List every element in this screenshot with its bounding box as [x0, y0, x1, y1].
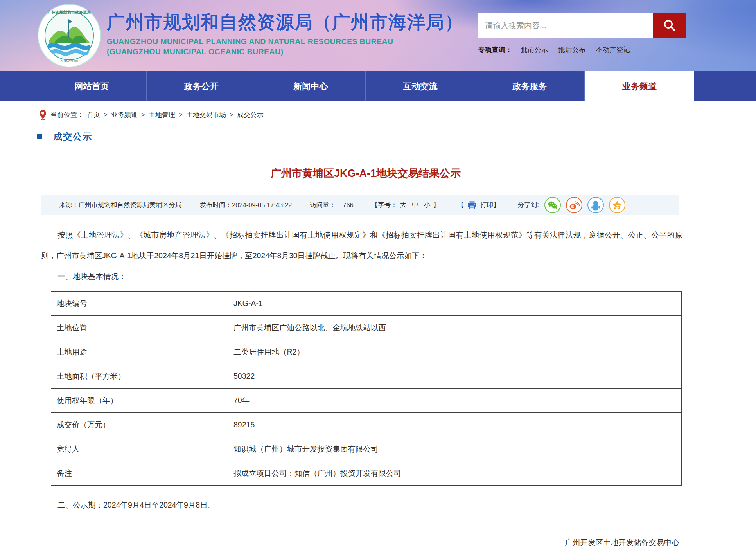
publish-time: 2024-09-05 17:43:22: [232, 202, 292, 209]
font-size-option-1[interactable]: 大: [400, 201, 407, 208]
qq-share-icon[interactable]: [587, 197, 604, 213]
svg-text:GUANGZHOU: GUANGZHOU: [60, 60, 78, 63]
font-size-close: 】: [433, 201, 440, 209]
article-paragraph-1: 按照《土地管理法》、《城市房地产管理法》、《招标拍卖挂牌出让国有土地使用权规定》…: [37, 225, 694, 266]
article-title: 广州市黄埔区JKG-A-1地块交易结果公示: [37, 166, 694, 180]
table-cell-label: 成交价（万元）: [51, 413, 228, 437]
nav-item-6[interactable]: 业务频道: [585, 71, 694, 101]
table-cell-label: 竞得人: [51, 437, 228, 461]
table-cell-label: 地块编号: [51, 292, 228, 316]
visits-label: 访问量：: [310, 201, 336, 209]
table-row: 成交价（万元）89215: [51, 413, 682, 437]
table-cell-value: 50322: [228, 364, 682, 389]
table-row: 竞得人知识城（广州）城市开发投资集团有限公司: [51, 437, 682, 461]
bureau-emblem-icon: 广州市规划和自然资源局 GUANGZHOU: [37, 4, 102, 68]
article-meta-bar: 来源： 广州市规划和自然资源局黄埔区分局 发布时间： 2024-09-05 17…: [41, 195, 679, 215]
share-label: 分享到:: [518, 201, 539, 209]
table-cell-value: 89215: [228, 413, 682, 437]
table-cell-label: 备注: [51, 461, 228, 486]
wechat-share-icon[interactable]: [544, 197, 561, 213]
breadcrumb-item-2[interactable]: 业务频道: [111, 111, 138, 119]
breadcrumb-separator: >: [104, 111, 108, 119]
bureau-logo: 广州市规划和自然资源局 GUANGZHOU: [37, 4, 102, 68]
breadcrumb-separator: >: [141, 111, 145, 119]
search-input[interactable]: [478, 13, 653, 38]
section-head: 成交公示: [37, 131, 694, 143]
table-cell-value: 拟成立项目公司：知信（广州）投资开发有限公司: [228, 461, 682, 486]
visits-value: 766: [343, 202, 354, 209]
site-title-en-line2: (GUANGZHOU MUNICIPAL OCEANIC BUREAU): [107, 47, 463, 56]
table-cell-label: 土地面积（平方米）: [51, 364, 228, 389]
print-button[interactable]: 【 打印 】: [458, 200, 500, 210]
table-cell-label: 使用权年限（年）: [51, 389, 228, 413]
weibo-share-icon[interactable]: [566, 197, 582, 213]
special-query-links: 批前公示批后公布不动产登记: [521, 45, 641, 54]
publish-label: 发布时间：: [200, 201, 232, 209]
breadcrumb-item-5[interactable]: 成交公示: [237, 111, 264, 119]
qzone-share-icon[interactable]: [609, 197, 625, 213]
site-title-en-line1: GUANGZHOU MUNICIPAL PLANNING AND NATURAL…: [107, 37, 463, 46]
signature-org: 广州开发区土地开发储备交易中心: [37, 537, 679, 548]
source-value: 广州市规划和自然资源局黄埔区分局: [79, 201, 182, 209]
special-query-link-1[interactable]: 批前公示: [521, 46, 548, 54]
breadcrumb: 当前位置： 首页>业务频道>土地管理>土地交易市场>成交公示: [39, 110, 756, 120]
table-row: 土地面积（平方米）50322: [51, 364, 682, 389]
section-title: 成交公示: [53, 131, 92, 143]
location-pin-icon: [39, 110, 47, 120]
content-container: 成交公示 广州市黄埔区JKG-A-1地块交易结果公示 来源： 广州市规划和自然资…: [37, 131, 694, 558]
site-title-cn: 广州市规划和自然资源局（广州市海洋局）: [107, 10, 463, 34]
section-one-heading: 一、地块基本情况：: [37, 266, 694, 287]
source-label: 来源：: [59, 201, 79, 209]
breadcrumb-item-4[interactable]: 土地交易市场: [186, 111, 226, 119]
table-cell-value: 知识城（广州）城市开发投资集团有限公司: [228, 437, 682, 461]
special-query-label: 专项查询：: [478, 45, 512, 54]
table-row: 地块编号JKG-A-1: [51, 292, 682, 316]
table-cell-label: 土地位置: [51, 316, 228, 340]
table-row: 土地位置广州市黄埔区广汕公路以北、金坑地铁站以西: [51, 316, 682, 340]
search-button[interactable]: [653, 13, 686, 38]
special-query-row: 专项查询： 批前公示批后公布不动产登记: [478, 45, 640, 54]
table-row: 备注拟成立项目公司：知信（广州）投资开发有限公司: [51, 461, 682, 486]
nav-item-5[interactable]: 政务服务: [475, 71, 585, 101]
nav-item-4[interactable]: 互动交流: [366, 71, 475, 101]
font-size-open: 【字号：: [372, 201, 397, 209]
land-info-table: 地块编号JKG-A-1土地位置广州市黄埔区广汕公路以北、金坑地铁站以西土地用途二…: [51, 291, 682, 486]
search-box: [478, 13, 686, 38]
search-icon: [663, 18, 677, 32]
breadcrumb-items: 首页>业务频道>土地管理>土地交易市场>成交公示: [87, 110, 264, 119]
breadcrumb-item-1[interactable]: 首页: [87, 111, 100, 119]
share-row: [544, 197, 625, 213]
print-label: 打印: [480, 201, 493, 209]
special-query-link-3[interactable]: 不动产登记: [596, 46, 630, 54]
breadcrumb-separator: >: [179, 111, 183, 119]
table-row: 使用权年限（年）70年: [51, 389, 682, 413]
print-close: 】: [493, 201, 500, 209]
breadcrumb-item-3[interactable]: 土地管理: [149, 111, 175, 119]
signature-date: 2024年9月4日: [37, 556, 679, 558]
table-cell-value: 二类居住用地（R2）: [228, 340, 682, 364]
signature-block: 广州开发区土地开发储备交易中心 2024年9月4日: [37, 537, 694, 558]
section-divider: [37, 149, 694, 149]
table-cell-value: JKG-A-1: [228, 292, 682, 316]
section-bullet-icon: [37, 134, 42, 139]
nav-item-3[interactable]: 新闻中心: [256, 71, 366, 101]
font-size-option-3[interactable]: 小: [424, 201, 431, 208]
special-query-link-2[interactable]: 批后公布: [558, 46, 586, 54]
table-cell-value: 70年: [228, 389, 682, 413]
breadcrumb-label: 当前位置：: [50, 110, 84, 119]
nav-item-1[interactable]: 网站首页: [37, 71, 147, 101]
closing-line: 二、公示期：2024年9月4日至2024年9月8日。: [37, 495, 694, 515]
printer-icon: [467, 200, 477, 210]
main-nav: 网站首页政务公开新闻中心互动交流政务服务业务频道: [0, 71, 756, 101]
print-open: 【: [458, 201, 464, 209]
table-cell-value: 广州市黄埔区广汕公路以北、金坑地铁站以西: [228, 316, 682, 340]
breadcrumb-separator: >: [230, 111, 233, 119]
font-size-controls: 大中小: [397, 201, 433, 209]
svg-text:广州市规划和自然资源局: 广州市规划和自然资源局: [47, 10, 91, 14]
table-cell-label: 土地用途: [51, 340, 228, 364]
nav-item-2[interactable]: 政务公开: [147, 71, 256, 101]
font-size-option-2[interactable]: 中: [412, 201, 418, 208]
site-banner: 广州市规划和自然资源局 GUANGZHOU 广州市规划和自然资源局（广州市海洋局…: [0, 0, 756, 71]
table-row: 土地用途二类居住用地（R2）: [51, 340, 682, 364]
